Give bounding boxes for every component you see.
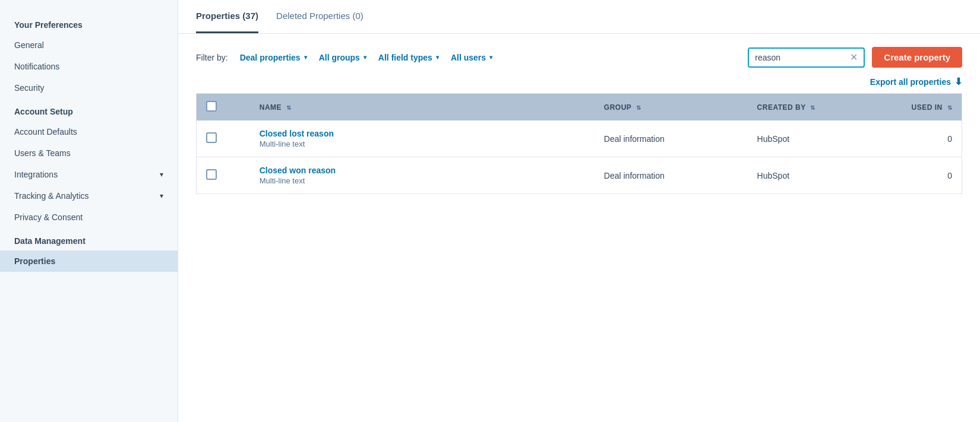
download-icon: ⬇ xyxy=(954,76,962,87)
th-select-all[interactable] xyxy=(197,94,250,121)
sidebar-section-header-data-management: Data Management xyxy=(0,228,178,250)
chevron-down-icon: ▾ xyxy=(436,54,439,61)
property-name-link[interactable]: Closed won reason xyxy=(260,166,585,175)
sort-icon-name: ⇅ xyxy=(286,104,292,111)
search-input[interactable] xyxy=(749,49,844,66)
sort-icon-created: ⇅ xyxy=(810,104,815,111)
select-all-checkbox[interactable] xyxy=(206,101,217,112)
property-type: Multi-line text xyxy=(260,139,585,148)
all-field-types-filter[interactable]: All field types ▾ xyxy=(376,53,441,62)
th-name[interactable]: NAME ⇅ xyxy=(250,94,595,121)
sidebar-section-header-account-setup: Account Setup xyxy=(0,99,178,121)
sidebar-item-notifications[interactable]: Notifications xyxy=(0,56,178,77)
row-checkbox[interactable] xyxy=(206,132,217,143)
sidebar-section-data-management: Data Management Properties xyxy=(0,228,178,272)
export-row: Export all properties ⬇ xyxy=(178,76,980,93)
sidebar-item-security[interactable]: Security xyxy=(0,77,178,99)
properties-table-container: NAME ⇅ GROUP ⇅ CREATED BY ⇅ USED IN ⇅ xyxy=(178,93,980,422)
sidebar-section-header-your-preferences: Your Preferences xyxy=(0,12,178,34)
search-clear-button[interactable]: ✕ xyxy=(844,53,864,62)
sidebar-item-properties[interactable]: Properties xyxy=(0,250,178,272)
td-used-row1: 0 xyxy=(886,120,962,157)
table-row: Closed lost reason Multi-line text Deal … xyxy=(197,120,962,157)
tab-properties[interactable]: Properties (37) xyxy=(196,0,258,33)
sort-icon-used: ⇅ xyxy=(947,104,953,111)
td-created-row1: HubSpot xyxy=(748,120,886,157)
sidebar-item-tracking-analytics[interactable]: Tracking & Analytics ▾ xyxy=(0,185,178,207)
sidebar-item-account-defaults[interactable]: Account Defaults xyxy=(0,121,178,142)
chevron-down-icon: ▾ xyxy=(304,54,307,61)
property-name-link[interactable]: Closed lost reason xyxy=(260,129,585,138)
td-group-row2: Deal information xyxy=(595,157,748,194)
all-groups-filter[interactable]: All groups ▾ xyxy=(317,53,369,62)
td-used-row2: 0 xyxy=(886,157,962,194)
sidebar-item-privacy-consent[interactable]: Privacy & Consent xyxy=(0,207,178,228)
th-created-by[interactable]: CREATED BY ⇅ xyxy=(748,94,886,121)
export-all-properties-link[interactable]: Export all properties ⬇ xyxy=(870,76,962,87)
th-group[interactable]: GROUP ⇅ xyxy=(595,94,748,121)
deal-properties-filter[interactable]: Deal properties ▾ xyxy=(238,53,309,62)
table-row: Closed won reason Multi-line text Deal i… xyxy=(197,157,962,194)
sidebar-item-integrations[interactable]: Integrations ▾ xyxy=(0,164,178,185)
chevron-down-icon: ▾ xyxy=(160,170,163,179)
table-header-row: NAME ⇅ GROUP ⇅ CREATED BY ⇅ USED IN ⇅ xyxy=(197,94,962,121)
toolbar: Filter by: Deal properties ▾ All groups … xyxy=(178,34,980,76)
chevron-down-icon: ▾ xyxy=(489,54,492,61)
sidebar-item-general[interactable]: General xyxy=(0,34,178,56)
td-name-row1: Closed lost reason Multi-line text xyxy=(250,120,595,157)
sidebar: Your Preferences General Notifications S… xyxy=(0,0,178,422)
tabs-bar: Properties (37) Deleted Properties (0) xyxy=(178,0,980,34)
td-group-row1: Deal information xyxy=(595,120,748,157)
main-content: Properties (37) Deleted Properties (0) F… xyxy=(178,0,980,422)
chevron-down-icon: ▾ xyxy=(160,192,163,200)
th-used-in[interactable]: USED IN ⇅ xyxy=(886,94,962,121)
chevron-down-icon: ▾ xyxy=(363,54,366,61)
sort-icon-group: ⇅ xyxy=(636,104,641,111)
sidebar-item-users-teams[interactable]: Users & Teams xyxy=(0,142,178,164)
td-created-row2: HubSpot xyxy=(748,157,886,194)
tab-deleted-properties[interactable]: Deleted Properties (0) xyxy=(276,0,363,33)
td-checkbox-row2[interactable] xyxy=(197,157,250,194)
search-wrapper: ✕ xyxy=(748,47,865,68)
all-users-filter[interactable]: All users ▾ xyxy=(448,53,495,62)
sidebar-section-your-preferences: Your Preferences General Notifications S… xyxy=(0,12,178,99)
td-name-row2: Closed won reason Multi-line text xyxy=(250,157,595,194)
create-property-button[interactable]: Create property xyxy=(872,47,962,68)
property-type: Multi-line text xyxy=(260,176,585,185)
filter-label: Filter by: xyxy=(196,53,228,62)
row-checkbox[interactable] xyxy=(206,169,217,180)
sidebar-section-account-setup: Account Setup Account Defaults Users & T… xyxy=(0,99,178,228)
td-checkbox-row1[interactable] xyxy=(197,120,250,157)
properties-table: NAME ⇅ GROUP ⇅ CREATED BY ⇅ USED IN ⇅ xyxy=(196,93,962,194)
